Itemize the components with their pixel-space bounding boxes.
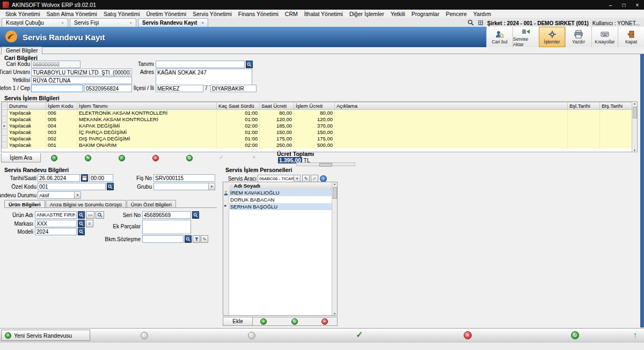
col-islem-tanimi[interactable]: İşlem Tanımı [77,102,217,110]
menu-satis-yonetimi[interactable]: Satış Yönetimi [100,11,143,17]
tab-kisayol-cubugu[interactable]: Kısayol Çubuğu × [2,18,68,27]
tab-close-icon[interactable]: × [201,20,204,25]
menu-finans-yonetimi[interactable]: Finans Yönetimi [235,11,282,17]
ilcesi-field[interactable] [156,85,203,92]
tanimi-field[interactable] [156,61,245,68]
col-islem-kodu[interactable]: İşlem Kodu [46,102,77,110]
list-item[interactable]: DORUK BABACAN [229,196,332,203]
markasi-field[interactable] [35,220,77,227]
islem-delete-button[interactable]: × [152,155,159,161]
menu-ithalat-yonetimi[interactable]: İthalat Yönetimi [301,11,346,17]
islem-transfer-button[interactable]: ✓ [119,155,125,161]
menu-yardim[interactable]: Yardım [470,11,494,17]
close-button[interactable]: × [631,0,644,10]
seri-no-field[interactable] [142,211,191,219]
islemler-button[interactable]: İşlemler [539,27,565,47]
tanimi-lookup-icon[interactable] [246,61,253,68]
ozel-kodu-lookup-icon[interactable] [107,183,114,190]
ekle-button[interactable]: Ekle [223,317,253,325]
personel-refresh-button[interactable]: ↻ [291,318,298,325]
scroll-up-icon[interactable]: ▲ [333,182,336,185]
seri-no-lookup-icon[interactable] [192,211,199,219]
cari-bul-button[interactable]: Cari bul [486,27,513,47]
personel-scrollbar[interactable]: ▲ ▼ [332,182,337,315]
ucret-scrollbar-handle[interactable] [319,163,332,167]
col-islem-ucreti[interactable]: İşlem Ücreti [294,102,335,110]
tab-close-icon[interactable]: × [61,20,64,25]
table-row current[interactable]: ► Yapılacak004 KAPAK DEĞİŞİMİ02:00 185,0… [2,123,632,129]
table-row[interactable]: Yapılacak002 DIŞ PARÇA DEĞİŞİMİ01:00 175… [2,136,632,142]
calendar-icon[interactable] [81,174,88,182]
menu-satin-alma-yonetimi[interactable]: Satın Alma Yönetimi [43,11,100,17]
list-item[interactable]: SERHAN BAŞOĞLU [229,203,332,210]
personel-add-button[interactable]: + [260,318,267,325]
urun-adi-lookup-icon[interactable] [78,211,85,219]
modeli-lookup-icon[interactable] [78,228,85,235]
tab-servis-randevu-kayit[interactable]: Servis Randevu Kayıt × [138,18,208,27]
servis-araci-select[interactable]: 06ABC06 - TICARI ARAC ▼ [258,175,301,182]
bkm-filter-icon[interactable] [193,235,200,243]
grubu-select[interactable]: ▼ [153,183,215,190]
markasi-list-button[interactable]: ≡ [86,220,93,227]
dropdown-arrow-icon[interactable]: ▼ [208,183,215,190]
menu-stok-yonetimi[interactable]: Stok Yönetimi [2,11,43,17]
personel-delete-button[interactable]: × [321,318,328,325]
yetkilisi-field[interactable] [31,77,132,84]
minimize-button[interactable]: – [604,0,617,10]
islem-add-button[interactable]: + [51,155,57,161]
servise-aktar-button[interactable]: Servise Aktar [513,27,539,47]
bkm-lookup-icon[interactable] [185,235,192,243]
col-bsl-tarihi[interactable]: Bşl.Tarihi [568,102,600,110]
col-saat-ucreti[interactable]: Saat Ücreti [260,102,294,110]
scroll-down-icon[interactable]: ▼ [633,148,636,152]
tab-urun-ozel-bilgileri[interactable]: Ürün Özel Bilgileri [127,200,176,208]
col-aciklama[interactable]: Açıklama [335,102,568,110]
save-button[interactable]: ✓ [356,330,363,340]
refresh-button[interactable]: ↻ [571,331,579,339]
menu-pencere[interactable]: Pencere [443,11,470,17]
yeni-servis-randevusu-button[interactable]: + Yeni Servis Randevusu [1,330,90,341]
menu-yetkili[interactable]: Yetkili [387,11,408,17]
islem-refresh-button[interactable]: ↻ [186,155,193,161]
table-row[interactable]: Yapılacak006 ELEKTRONİK AKSAM KONTROLLER… [2,110,632,116]
tab-servis-fisi[interactable]: Servis Fişi × [70,18,136,27]
markasi-lookup-icon[interactable] [78,220,85,227]
adres-field[interactable]: KAĞAN SOKAK 247 [156,69,252,86]
exit-up-button[interactable]: ↑ [633,330,638,339]
tab-urun-bilgileri[interactable]: Ürün Bilgileri [4,200,45,208]
dropdown-arrow-icon[interactable]: ▼ [74,192,80,198]
fis-no-field[interactable] [153,174,215,182]
tab-ariza-bilgisi[interactable]: Arıza Bilgisi ve Sorumlu Görüşü [46,200,126,208]
maximize-button[interactable]: □ [617,0,631,10]
col-kac-saat-surdu[interactable]: Kaç Saat Sürdü [217,102,260,110]
menu-uretim-yonetimi[interactable]: Üretim Yönetimi [143,11,189,17]
kisayollar-button[interactable]: Kısayollar [591,27,618,47]
menu-servis-yonetimi[interactable]: Servis Yönetimi [189,11,235,17]
modeli-field[interactable] [35,228,77,235]
ozel-kodu-field[interactable] [38,183,106,190]
urun-search-icon[interactable] [96,211,104,219]
saati-field[interactable] [89,174,113,182]
scroll-up-icon[interactable]: ▲ [633,102,636,105]
dropdown-arrow-icon[interactable]: ▼ [294,175,300,182]
yazdir-button[interactable]: Yazdır [565,27,591,47]
tab-genel-bilgiler[interactable]: Genel Bilgiler [1,47,42,54]
scrollbar-thumb[interactable] [333,187,337,199]
tarihi-field[interactable] [38,174,80,182]
randevu-durumu-select[interactable]: Aktif ▼ [38,191,81,199]
tab-close-icon[interactable]: × [129,20,132,25]
menu-diger-islemler[interactable]: Diğer İşlemler [346,11,387,17]
cari-kodu-field[interactable] [31,61,80,68]
personel-confirm-icon[interactable]: ✓ [311,175,318,182]
ucret-scrollbar[interactable] [296,162,355,166]
menu-crm[interactable]: CRM [282,11,301,17]
list-item[interactable]: İREM KAVAKLIOĞLU [229,189,332,196]
islem-edit-button[interactable]: ✎ [85,155,91,161]
ek-parcalar-field[interactable] [142,220,191,234]
telefon1-field[interactable] [31,85,83,92]
kapat-button[interactable]: Kapat [618,27,644,47]
urun-chevrons-button[interactable]: >> [86,211,94,219]
islem-ara-button[interactable]: İşlem Ara [1,153,41,162]
table-row[interactable]: Yapılacak001 BAKIM ONARIM02:00 250,00500… [2,142,632,148]
ili-field[interactable] [210,85,257,92]
